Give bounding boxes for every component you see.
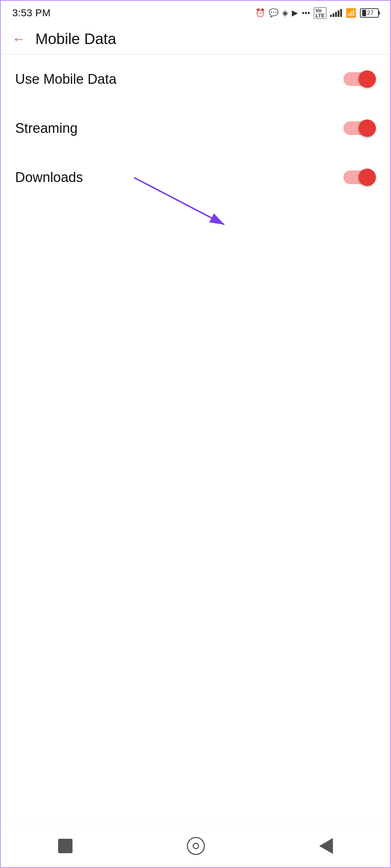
streaming-label: Streaming xyxy=(15,121,78,136)
signal-bars xyxy=(330,9,342,17)
streaming-toggle[interactable] xyxy=(343,120,376,137)
volte-badge: VoLTE xyxy=(314,7,326,19)
settings-list: Use Mobile Data Streaming Downloads xyxy=(1,55,390,202)
downloads-thumb xyxy=(359,169,376,186)
home-icon xyxy=(187,837,205,855)
signal-bar-5 xyxy=(340,9,342,17)
downloads-toggle[interactable] xyxy=(343,169,376,186)
back-button-nav[interactable] xyxy=(312,831,340,861)
wifi-icon: 📶 xyxy=(346,8,356,18)
more-icon: ••• xyxy=(302,8,310,18)
use-mobile-data-toggle[interactable] xyxy=(343,70,376,88)
home-button[interactable] xyxy=(180,830,212,862)
streaming-thumb xyxy=(359,120,376,137)
downloads-label: Downloads xyxy=(15,170,83,185)
use-mobile-data-thumb xyxy=(359,70,376,88)
alarm-icon: ⏰ xyxy=(255,8,265,18)
status-icons: ⏰ 💬 ◈ ▶ ••• VoLTE 📶 27 xyxy=(255,7,379,19)
page-title: Mobile Data xyxy=(35,30,116,48)
back-button[interactable]: ← xyxy=(12,32,25,45)
battery: 27 xyxy=(360,8,379,18)
back-icon xyxy=(319,838,333,854)
battery-level: 27 xyxy=(367,10,374,16)
youtube-icon: ▶ xyxy=(292,8,298,18)
status-time: 3:53 PM xyxy=(12,7,50,19)
whatsapp-icon: 💬 xyxy=(269,8,278,18)
signal-bar-2 xyxy=(333,13,334,17)
app-bar: ← Mobile Data xyxy=(1,24,390,55)
status-bar: 3:53 PM ⏰ 💬 ◈ ▶ ••• VoLTE 📶 27 xyxy=(1,1,390,24)
layers-icon: ◈ xyxy=(282,8,288,18)
recents-button[interactable] xyxy=(51,832,80,860)
setting-use-mobile-data: Use Mobile Data xyxy=(1,55,390,104)
recents-icon xyxy=(58,839,73,853)
setting-downloads: Downloads xyxy=(1,153,390,202)
battery-tip xyxy=(379,11,380,15)
signal-bar-1 xyxy=(330,15,332,17)
setting-streaming: Streaming xyxy=(1,104,390,153)
signal-bar-3 xyxy=(335,12,337,17)
home-icon-inner xyxy=(193,843,199,849)
use-mobile-data-label: Use Mobile Data xyxy=(15,71,117,87)
bottom-nav xyxy=(1,824,390,867)
signal-bar-4 xyxy=(338,10,339,17)
battery-fill xyxy=(362,10,366,16)
